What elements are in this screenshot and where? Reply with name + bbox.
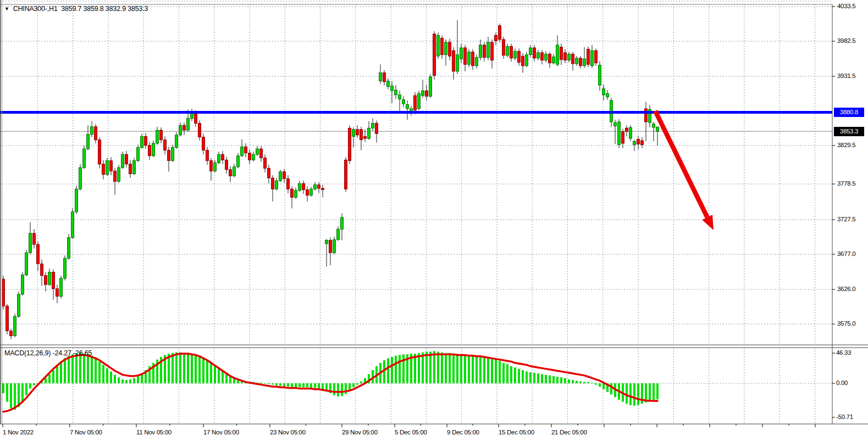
candle-body (195, 113, 197, 124)
x-axis-label: 15 Dec 05:00 (499, 429, 534, 436)
candle-body (545, 54, 548, 60)
candle-body (283, 172, 286, 179)
candle-body (629, 127, 632, 138)
macd-histogram-bar (429, 351, 432, 383)
macd-histogram-bar (610, 383, 612, 394)
macd-values: -24.27 -26.65 (53, 349, 92, 357)
macd-histogram-bar (283, 383, 285, 387)
macd-histogram-bar (479, 356, 482, 383)
candle-body (399, 95, 401, 99)
macd-histogram-bar (529, 372, 532, 383)
candle-body (6, 306, 9, 331)
macd-histogram-bar (360, 381, 362, 383)
candle-body (306, 189, 309, 195)
price-chart-area[interactable] (0, 0, 868, 441)
candle-body (456, 55, 459, 71)
trend-arrow-shaft[interactable] (655, 111, 707, 217)
candle-body (414, 96, 417, 110)
x-axis-label: 21 Dec 05:00 (551, 429, 587, 436)
candle-body (441, 38, 444, 54)
macd-histogram-bar (102, 365, 104, 383)
candle-body (287, 178, 290, 189)
candle-body (95, 127, 97, 140)
candle-body (10, 331, 13, 336)
macd-histogram-bar (452, 354, 455, 383)
macd-histogram-bar (556, 377, 559, 383)
candle-body (260, 149, 263, 158)
chart-window: ▼CHINA300-,H1 3859.7 3859.8 3832.9 3853.… (0, 0, 868, 441)
macd-histogram-bar (25, 383, 27, 395)
macd-histogram-bar (337, 383, 339, 397)
candle-body (325, 240, 328, 243)
macd-histogram-bar (587, 382, 589, 383)
macd-histogram-bar (414, 354, 416, 383)
candle-body (395, 90, 397, 95)
macd-histogram-bar (387, 358, 389, 383)
macd-histogram-bar (637, 383, 639, 405)
macd-histogram-bar (83, 354, 85, 383)
candle-body (379, 72, 382, 81)
candle-body (402, 100, 405, 104)
macd-scale-label: -50.71 (836, 414, 853, 420)
macd-histogram-bar (441, 353, 443, 383)
macd-histogram-bar (649, 383, 651, 401)
candle-body (91, 127, 93, 135)
macd-histogram-bar (137, 376, 139, 383)
candle-body (445, 42, 447, 55)
macd-histogram-bar (487, 357, 489, 383)
candle-body (179, 125, 182, 135)
macd-histogram-bar (214, 365, 216, 383)
macd-histogram-bar (310, 383, 312, 388)
candle-body (60, 278, 63, 297)
candle-body (75, 189, 78, 212)
macd-histogram-bar (322, 383, 324, 389)
candle-body (83, 149, 86, 168)
candle-body (626, 128, 628, 131)
y-axis-label: 3778.5 (837, 180, 855, 187)
candle-body (225, 160, 228, 170)
dropdown-triangle-icon: ▼ (4, 6, 9, 12)
macd-histogram-bar (6, 383, 8, 402)
candle-body (118, 168, 120, 181)
candle-body (21, 275, 24, 294)
candle-body (499, 26, 501, 40)
trend-arrow-head[interactable] (702, 215, 714, 230)
candle-body (560, 47, 563, 60)
candle-body (210, 160, 213, 171)
macd-histogram-bar (560, 377, 562, 383)
candle-body (33, 233, 36, 244)
macd-histogram-bar (472, 355, 474, 383)
macd-histogram-bar (314, 383, 316, 388)
candle-body (241, 147, 244, 155)
candle-body (549, 54, 551, 63)
macd-histogram-bar (87, 354, 89, 383)
macd-histogram-bar (306, 383, 308, 387)
macd-histogram-bar (537, 373, 539, 383)
candle-body (633, 141, 636, 144)
candle-body (129, 164, 132, 174)
candle-body (514, 51, 517, 58)
resistance-line[interactable] (0, 111, 832, 114)
macd-histogram-bar (183, 353, 185, 383)
macd-histogram-bar (352, 383, 355, 387)
macd-histogram-bar (541, 374, 543, 383)
macd-histogram-bar (633, 383, 635, 406)
candle-body (71, 212, 74, 238)
symbol-timeframe-label: CHINA300-,H1 (13, 5, 58, 13)
macd-histogram-bar (91, 356, 93, 383)
macd-histogram-bar (356, 383, 358, 384)
macd-histogram-bar (510, 366, 512, 383)
candle-body (218, 154, 220, 163)
candle-body (587, 49, 590, 65)
y-axis-label: 3626.0 (837, 286, 855, 292)
ohlc-values: 3859.7 3859.8 3832.9 3853.3 (61, 5, 148, 13)
candle-body (433, 34, 436, 76)
candle-body (256, 149, 259, 154)
macd-histogram-bar (506, 364, 508, 383)
macd-histogram-bar (10, 383, 12, 409)
macd-histogram-bar (425, 351, 428, 383)
y-axis-label: 3575.0 (837, 320, 855, 327)
candle-body (337, 229, 340, 239)
candle-body (322, 188, 324, 190)
macd-histogram-bar (333, 383, 335, 395)
